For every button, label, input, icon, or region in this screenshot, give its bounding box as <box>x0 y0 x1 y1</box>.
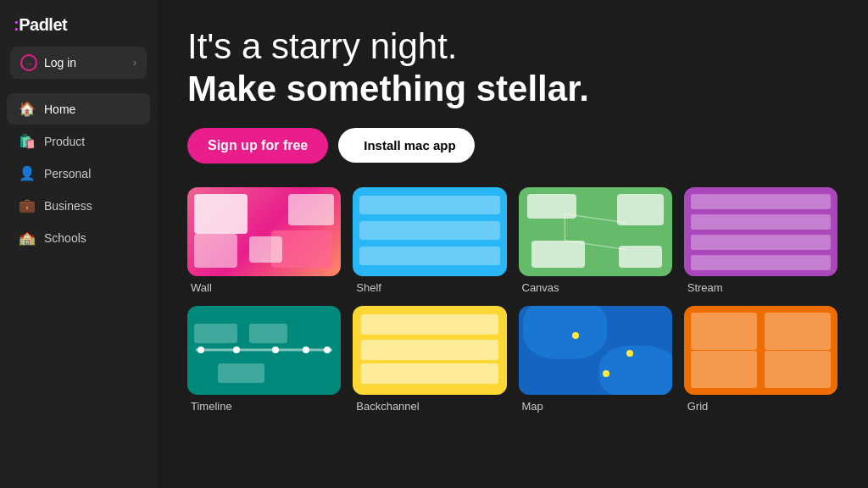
login-icon: → <box>20 54 37 71</box>
format-cards-grid: Wall Shelf Can <box>187 187 837 413</box>
card-thumb-stream <box>684 187 837 276</box>
card-thumb-grid <box>684 306 837 395</box>
main-content: It's a starry night. Make something stel… <box>157 0 868 488</box>
sidebar-item-personal-label: Personal <box>44 167 91 180</box>
card-label-canvas: Canvas <box>519 281 672 294</box>
svg-line-0 <box>565 214 626 223</box>
card-canvas[interactable]: Canvas <box>519 187 672 294</box>
chevron-right-icon: › <box>133 57 136 69</box>
card-label-wall: Wall <box>187 281 341 294</box>
canvas-lines-svg <box>519 187 672 276</box>
schools-icon: 🏫 <box>19 230 36 246</box>
cta-row: Sign up for free Install mac app <box>187 128 837 164</box>
card-label-backchannel: Backchannel <box>353 400 506 413</box>
logo: :Padlet <box>0 10 157 47</box>
sidebar-item-personal[interactable]: 👤 Personal <box>7 158 150 189</box>
sidebar-item-schools-label: Schools <box>44 231 86 245</box>
svg-line-1 <box>565 241 626 250</box>
sidebar-item-home-label: Home <box>44 103 75 116</box>
card-thumb-wall <box>187 187 341 276</box>
sidebar-item-home[interactable]: 🏠 Home <box>7 93 150 125</box>
sidebar-nav: 🏠 Home 🛍️ Product 👤 Personal 💼 Business … <box>0 92 157 254</box>
card-stream[interactable]: Stream <box>684 187 837 294</box>
sidebar-item-business[interactable]: 💼 Business <box>7 190 150 221</box>
product-icon: 🛍️ <box>19 133 36 149</box>
card-thumb-timeline <box>187 306 341 395</box>
card-thumb-shelf <box>353 187 506 276</box>
card-wall[interactable]: Wall <box>187 187 341 294</box>
sidebar-item-business-label: Business <box>44 199 92 213</box>
mac-install-button[interactable]: Install mac app <box>338 128 474 163</box>
card-label-map: Map <box>519 400 672 413</box>
mac-button-label: Install mac app <box>364 138 455 152</box>
sidebar-item-schools[interactable]: 🏫 Schools <box>7 222 150 253</box>
logo-name: Padlet <box>19 15 67 34</box>
sidebar: :Padlet → Log in › 🏠 Home 🛍️ Product 👤 P… <box>0 0 157 488</box>
login-label: Log in <box>44 56 76 69</box>
card-shelf[interactable]: Shelf <box>353 187 506 294</box>
card-thumb-map <box>519 306 672 395</box>
card-label-timeline: Timeline <box>187 400 341 413</box>
card-grid[interactable]: Grid <box>684 306 837 413</box>
card-label-shelf: Shelf <box>353 281 506 294</box>
card-label-grid: Grid <box>684 400 837 413</box>
login-button[interactable]: → Log in › <box>10 47 147 79</box>
card-thumb-canvas <box>519 187 672 276</box>
hero-line1: It's a starry night. <box>187 26 457 66</box>
sidebar-item-product[interactable]: 🛍️ Product <box>7 125 150 157</box>
card-backchannel[interactable]: Backchannel <box>353 306 506 413</box>
personal-icon: 👤 <box>19 165 36 181</box>
home-icon: 🏠 <box>19 101 36 117</box>
card-label-stream: Stream <box>684 281 837 294</box>
signup-button[interactable]: Sign up for free <box>187 128 328 164</box>
card-thumb-backchannel <box>353 306 506 395</box>
sidebar-item-product-label: Product <box>44 135 85 148</box>
card-map[interactable]: Map <box>519 306 672 413</box>
business-icon: 💼 <box>19 197 36 214</box>
hero-title: It's a starry night. Make something stel… <box>187 25 837 111</box>
card-timeline[interactable]: Timeline <box>187 306 341 413</box>
hero-line2: Make something stellar. <box>187 69 589 108</box>
